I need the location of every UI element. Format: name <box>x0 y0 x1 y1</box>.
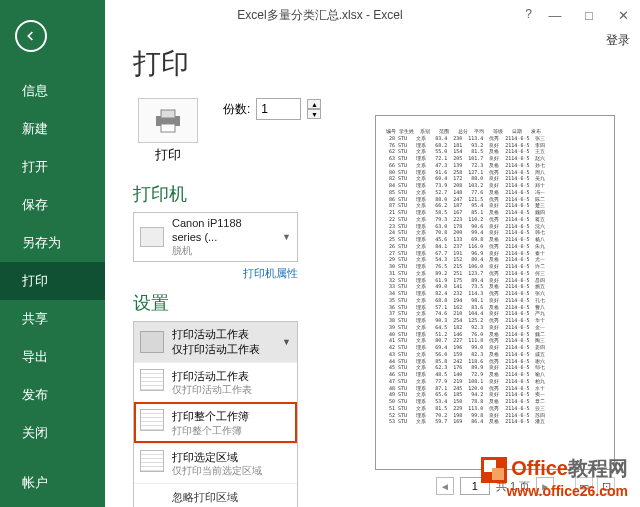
sidebar-item-info[interactable]: 信息 <box>0 72 105 110</box>
svg-rect-1 <box>161 110 175 118</box>
sidebar-item-open[interactable]: 打开 <box>0 148 105 186</box>
sheet-icon <box>140 369 164 391</box>
print-what-selected[interactable]: 打印活动工作表 仅打印活动工作表 ▼ <box>134 322 297 362</box>
sidebar-item-export[interactable]: 导出 <box>0 338 105 376</box>
chevron-down-icon: ▼ <box>282 337 291 347</box>
copies-label: 份数: <box>223 101 250 118</box>
option-print-selection[interactable]: 打印选定区域仅打印当前选定区域 <box>134 443 297 483</box>
svg-rect-2 <box>161 124 175 132</box>
sidebar-item-close[interactable]: 关闭 <box>0 414 105 452</box>
printer-device-icon <box>140 227 164 247</box>
sidebar-item-save[interactable]: 保存 <box>0 186 105 224</box>
sheet-icon <box>140 331 164 353</box>
selection-icon <box>140 450 164 472</box>
workbook-icon <box>140 409 164 431</box>
printer-icon <box>138 98 198 143</box>
sidebar-item-new[interactable]: 新建 <box>0 110 105 148</box>
prev-page-button[interactable]: ◄ <box>436 477 454 495</box>
close-button[interactable]: ✕ <box>606 0 640 30</box>
printer-status: 脱机 <box>172 245 274 258</box>
option-print-active-sheets[interactable]: 打印活动工作表仅打印活动工作表 <box>134 362 297 402</box>
print-panel: 打印 打印 份数: ▲▼ i 打印机 Canon iP1188 series (… <box>105 30 640 507</box>
print-button[interactable]: 打印 <box>133 98 203 164</box>
copies-input[interactable] <box>256 98 301 120</box>
sidebar-item-share[interactable]: 共享 <box>0 300 105 338</box>
sidebar-item-options[interactable]: 选项 <box>0 502 105 507</box>
print-preview: 编号 学生姓 系别 范围 总分 平均 等级 日期 发布 28 STU 文系 83… <box>375 115 615 470</box>
option-print-entire-workbook[interactable]: 打印整个工作簿打印整个工作簿 <box>134 402 297 442</box>
print-button-label: 打印 <box>133 146 203 164</box>
printer-selector[interactable]: Canon iP1188 series (... 脱机 ▼ <box>133 212 298 262</box>
window-title: Excel多量分类汇总.xlsx - Excel <box>237 7 402 24</box>
maximize-button[interactable]: □ <box>572 0 606 30</box>
sidebar-item-saveas[interactable]: 另存为 <box>0 224 105 262</box>
copies-spinner[interactable]: ▲▼ <box>307 99 321 119</box>
sidebar-item-account[interactable]: 帐户 <box>0 464 105 502</box>
preview-content: 编号 学生姓 系别 范围 总分 平均 等级 日期 发布 28 STU 文系 83… <box>386 128 604 425</box>
sidebar-item-print[interactable]: 打印 <box>0 262 105 300</box>
print-what-dropdown: 打印活动工作表 仅打印活动工作表 ▼ 打印活动工作表仅打印活动工作表 打印整个工… <box>133 321 298 507</box>
backstage-sidebar: 信息 新建 打开 保存 另存为 打印 共享 导出 发布 关闭 帐户 选项 <box>0 0 105 507</box>
window-controls: — □ ✕ <box>538 0 640 30</box>
back-button[interactable] <box>15 20 47 52</box>
back-arrow-icon <box>23 28 39 44</box>
chevron-down-icon: ▼ <box>282 232 291 242</box>
minimize-button[interactable]: — <box>538 0 572 30</box>
printer-name: Canon iP1188 series (... <box>172 217 274 245</box>
watermark: Office教程网 www.office26.com <box>481 455 628 499</box>
help-icon[interactable]: ? <box>525 7 532 21</box>
office-logo-icon <box>481 457 507 483</box>
sidebar-item-publish[interactable]: 发布 <box>0 376 105 414</box>
page-title: 打印 <box>133 45 640 83</box>
option-ignore-print-area[interactable]: 忽略打印区域 <box>134 483 297 507</box>
printer-properties-link[interactable]: 打印机属性 <box>133 266 298 281</box>
